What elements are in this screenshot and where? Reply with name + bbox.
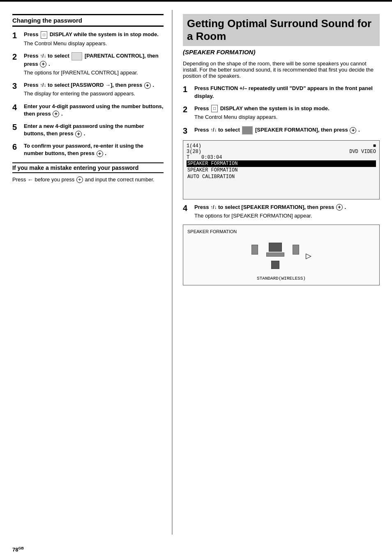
right-step-1-content: Press FUNCTION +/– repeatedly until "DVD… xyxy=(194,85,380,100)
speaker-diagram xyxy=(251,243,299,269)
circle-plus-5: + xyxy=(75,131,82,137)
parental-icon xyxy=(71,52,82,60)
right-step-2-sub: The Control Menu display appears. xyxy=(194,114,380,121)
page-num-text: 78 xyxy=(12,547,18,553)
intro-content: Depending on the shape of the room, ther… xyxy=(183,60,374,79)
step-3-main: Press ↑/↓ to select [PASSWORD →], then p… xyxy=(24,81,164,89)
step-4-content: Enter your 4-digit password using the nu… xyxy=(24,103,164,118)
right-step-4-content: Press ↑/↓ to select [SPEAKER FORMATION],… xyxy=(194,204,380,220)
intro-text: Depending on the shape of the room, ther… xyxy=(183,60,380,79)
circle-plus-4: + xyxy=(53,111,59,117)
updown-icon-r4: ↑/↓ xyxy=(210,204,217,211)
right-step-3: 3 Press ↑/↓ to select [SPEAKER FORMATION… xyxy=(183,126,380,135)
display-row5: AUTO CALIBRATION xyxy=(187,174,376,180)
speaker-top-row xyxy=(251,243,299,257)
display-dvd-label: DVD VIDEO xyxy=(349,149,376,155)
diagram-label-text: SPEAKER FORMATION xyxy=(187,229,237,234)
display-box-header: 1(44) ■ xyxy=(187,143,376,149)
step-4-main: Enter your 4-digit password using the nu… xyxy=(24,103,164,118)
step-6-main: To confirm your password, re-enter it us… xyxy=(24,142,164,157)
step-2: 2 Press ↑/↓ to select [PARENTAL CONTROL]… xyxy=(12,52,164,76)
page-number: 78GB xyxy=(12,547,24,553)
center-unit xyxy=(266,243,284,257)
right-step-4: 4 Press ↑/↓ to select [SPEAKER FORMATION… xyxy=(183,204,380,220)
display-line2-row: 3(28) DVD VIDEO xyxy=(187,149,376,155)
right-step-3-content: Press ↑/↓ to select [SPEAKER FORMATION],… xyxy=(194,126,380,134)
diagram-label: SPEAKER FORMATION xyxy=(187,229,375,234)
step-5-main: Enter a new 4-digit password using the n… xyxy=(24,123,164,137)
page-superscript: GB xyxy=(18,546,24,550)
right-step-1-number: 1 xyxy=(183,85,192,94)
circle-plus-3: + xyxy=(144,82,151,89)
right-step-1: 1 Press FUNCTION +/– repeatedly until "D… xyxy=(183,85,380,100)
speaker-fl xyxy=(251,245,258,255)
page-footer: 78GB xyxy=(0,543,392,556)
center-bar xyxy=(266,253,284,257)
diagram-caption-text: STANDARD(WIRELESS) xyxy=(257,276,306,281)
sub-row xyxy=(271,261,279,269)
display-line1: 1(44) xyxy=(187,143,201,149)
step-1-main: Press □ DISPLAY while the system is in s… xyxy=(24,31,164,39)
section2-heading: If you make a mistake entering your pass… xyxy=(12,162,164,173)
section1-heading-text: Changing the password xyxy=(12,17,82,24)
display-box: 1(44) ■ 3(28) DVD VIDEO T 0:03:04 SPEAKE… xyxy=(183,140,380,199)
display-line3: T 0:03:04 xyxy=(187,155,376,160)
tv-unit xyxy=(269,243,282,252)
section1-heading: Changing the password xyxy=(12,14,164,27)
display-icon: □ xyxy=(41,31,47,39)
speaker-icon-r3 xyxy=(242,126,253,134)
left-column: Changing the password 1 Press □ DISPLAY … xyxy=(0,10,173,535)
display-icon-r2: □ xyxy=(211,105,218,112)
main-heading: Getting Optimal Surround Sound for a Roo… xyxy=(183,14,380,46)
right-step-4-sub: The options for [SPEAKER FORMATION] appe… xyxy=(194,212,380,220)
right-step-4-number: 4 xyxy=(183,204,192,213)
display-row4: SPEAKER FORMATION xyxy=(187,167,376,174)
subheading-text: (SPEAKER FORMATION) xyxy=(183,49,255,56)
right-step-2-content: Press □ DISPLAY when the system is in st… xyxy=(194,105,380,121)
diagram-box: SPEAKER FORMATION xyxy=(183,225,380,285)
display-empty2 xyxy=(187,188,376,197)
circle-plus-2: + xyxy=(40,61,46,67)
speaker-fr xyxy=(293,245,299,255)
step-6: 6 To confirm your password, re-enter it … xyxy=(12,142,164,157)
right-arrow: ▷ xyxy=(306,251,311,260)
step-1-sub: The Control Menu display appears. xyxy=(24,40,164,47)
sub-woofer xyxy=(271,261,279,269)
step-3-sub: The display for entering the password ap… xyxy=(24,90,164,97)
step-3-number: 3 xyxy=(12,81,21,90)
step-5-number: 5 xyxy=(12,123,21,132)
updown-icon-2: ↑/↓ xyxy=(40,53,46,60)
step-1-number: 1 xyxy=(12,31,21,40)
step-4: 4 Enter your 4-digit password using the … xyxy=(12,103,164,118)
step-2-content: Press ↑/↓ to select [PARENTAL CONTROL], … xyxy=(24,52,164,76)
right-step-1-main: Press FUNCTION +/– repeatedly until "DVD… xyxy=(194,85,380,100)
step-6-content: To confirm your password, re-enter it us… xyxy=(24,142,164,157)
arrow-left-icon: ← xyxy=(28,176,33,183)
section2-heading-text: If you make a mistake entering your pass… xyxy=(12,164,138,171)
right-step-2: 2 Press □ DISPLAY when the system is in … xyxy=(183,105,380,121)
main-heading-text: Getting Optimal Surround Sound for a Roo… xyxy=(187,17,371,42)
right-column: Getting Optimal Surround Sound for a Roo… xyxy=(173,10,392,535)
step-2-number: 2 xyxy=(12,52,21,61)
display-empty xyxy=(187,180,376,188)
diagram-caption: STANDARD(WIRELESS) xyxy=(187,276,375,281)
step-2-sub: The options for [PARENTAL CONTROL] appea… xyxy=(24,69,164,76)
right-step-4-main: Press ↑/↓ to select [SPEAKER FORMATION],… xyxy=(194,204,380,211)
circle-plus-6: + xyxy=(97,151,103,157)
display-highlighted-row: SPEAKER FORMATION xyxy=(187,160,376,167)
step-1-content: Press □ DISPLAY while the system is in s… xyxy=(24,31,164,47)
step-6-number: 6 xyxy=(12,142,21,151)
step-3-content: Press ↑/↓ to select [PASSWORD →], then p… xyxy=(24,81,164,97)
step-5: 5 Enter a new 4-digit password using the… xyxy=(12,123,164,137)
circle-plus-body: + xyxy=(76,176,83,183)
section2-body: Press ← before you press + and input the… xyxy=(12,176,164,183)
right-step-2-main: Press □ DISPLAY when the system is in st… xyxy=(194,105,380,113)
circle-plus-r3: + xyxy=(350,127,356,134)
diagram-inner: ▷ xyxy=(187,237,375,274)
right-step-3-number: 3 xyxy=(183,126,192,135)
right-step-2-number: 2 xyxy=(183,105,192,114)
right-step-3-main: Press ↑/↓ to select [SPEAKER FORMATION],… xyxy=(194,126,380,134)
step-1: 1 Press □ DISPLAY while the system is in… xyxy=(12,31,164,47)
step-2-main: Press ↑/↓ to select [PARENTAL CONTROL], … xyxy=(24,52,164,68)
display-line2: 3(28) xyxy=(187,149,201,155)
